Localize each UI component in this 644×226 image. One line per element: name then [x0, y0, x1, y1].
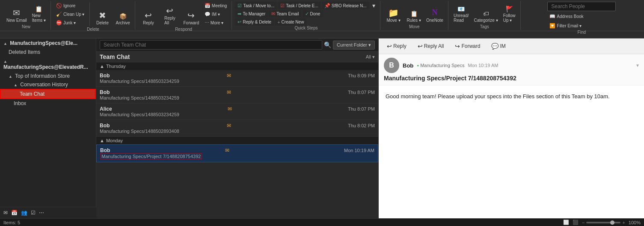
categorize-button[interactable]: 🏷 Categorize ▾ — [472, 9, 500, 24]
msg2-subject: Manufacturing Specs/1488503234259 — [100, 95, 375, 100]
zoom-thumb[interactable] — [610, 220, 614, 225]
msg3-icon: ✉ — [228, 106, 232, 112]
zoom-bar: − + — [582, 220, 625, 225]
nav-people-icon[interactable]: 👥 — [21, 210, 27, 216]
onenote-button[interactable]: N OneNote — [424, 6, 445, 24]
expand-arrow[interactable]: ▾ — [636, 62, 639, 68]
sidebar-item-conversation-history[interactable]: ▲ Conversation History — [0, 80, 96, 89]
ribbon: ✉ New Email 📋 NewItems ▾ New 🚫 Ignore — [0, 0, 644, 38]
message-item-msg3[interactable]: Alice ✉ Thu 8:07 PM Manufacturing Specs/… — [96, 103, 378, 120]
layout-icon-2[interactable]: ⬛ — [573, 220, 579, 225]
msg2-icon: ✉ — [227, 89, 231, 95]
search-clear-icon[interactable]: 🔍 — [324, 41, 331, 48]
qs-sfbo[interactable]: 📌 SfBO Release N... — [322, 2, 369, 9]
qs-team-email[interactable]: ✉ Team Email — [269, 10, 301, 18]
unread-read-label: Unread/Read — [454, 13, 469, 23]
qs-to-manager-icon: ➡ — [237, 11, 241, 17]
zoom-minus[interactable]: − — [582, 220, 585, 225]
move-icon: 📁 — [388, 9, 399, 17]
reply-button[interactable]: ↩ Reply — [138, 9, 159, 27]
delete-button[interactable]: ✖ Delete — [92, 9, 113, 27]
list-title: Team Chat — [100, 53, 366, 60]
zoom-slider[interactable] — [586, 222, 620, 223]
unread-read-button[interactable]: 📧 Unread/Read — [451, 4, 471, 24]
move-button[interactable]: 📁 Move ▾ — [383, 7, 404, 24]
qs-reply-delete[interactable]: ↩ Reply & Delete — [235, 18, 274, 26]
forward-button[interactable]: ↪ Forward — [181, 9, 202, 27]
filter-email-button[interactable]: 🔽 Filter Email ▾ — [547, 22, 584, 30]
msg3-subject: Manufacturing Specs/1488503234259 — [100, 112, 375, 117]
ignore-button[interactable]: 🚫 Ignore — [54, 2, 86, 10]
onenote-label: OneNote — [426, 18, 443, 23]
current-folder-button[interactable]: Current Folder ▾ — [333, 41, 375, 50]
msg4-time: Thu 8:02 PM — [348, 123, 375, 128]
reply-all-button[interactable]: ↩ ReplyAll — [160, 5, 180, 27]
reading-im-button[interactable]: 💬 IM — [487, 41, 509, 51]
reading-reply-button[interactable]: ↩ Reply — [383, 41, 410, 51]
rules-button[interactable]: 📋 Rules ▾ — [405, 9, 423, 24]
nav-mail-icon[interactable]: ✉ — [3, 210, 8, 216]
message-item-msg5[interactable]: Bob ✉ Mon 10:19 AM Manufacturing Specs/P… — [96, 144, 378, 162]
qs-task-delete[interactable]: ☑ Task / Delete E... — [278, 2, 321, 9]
delete-icon: ✖ — [99, 11, 106, 20]
follow-up-button[interactable]: 🚩 FollowUp ▾ — [501, 4, 518, 24]
all-button[interactable]: All ▾ — [366, 54, 375, 60]
filter-email-label: Filter Email ▾ — [557, 23, 582, 28]
qs-create-new[interactable]: + Create New — [275, 18, 306, 26]
new-email-button[interactable]: ✉ New Email — [4, 7, 29, 24]
new-items-button[interactable]: 📋 NewItems ▾ — [30, 4, 48, 24]
filter-email-icon: 🔽 — [549, 23, 555, 29]
ribbon-group-tags: 📧 Unread/Read 🏷 Categorize ▾ 🚩 FollowUp … — [449, 1, 521, 30]
nav-more-icon[interactable]: ⋯ — [39, 210, 44, 216]
qs-reply-delete-label: Reply & Delete — [243, 20, 271, 24]
reply-all-label: ReplyAll — [164, 16, 175, 25]
zoom-plus[interactable]: + — [622, 220, 625, 225]
search-people-input[interactable] — [547, 2, 616, 11]
message-item-msg2[interactable]: Bob ✉ Thu 8:07 PM Manufacturing Specs/14… — [96, 87, 378, 103]
nav-calendar-icon[interactable]: 📅 — [11, 210, 18, 216]
msg3-time: Thu 8:07 PM — [348, 106, 375, 112]
message-item-msg4[interactable]: Bob ✉ Thu 8:02 PM Manufacturing Specs/14… — [96, 120, 378, 137]
follow-up-icon: 🚩 — [506, 6, 513, 12]
onenote-icon: N — [432, 8, 437, 17]
msg1-time: Thu 8:09 PM — [348, 73, 375, 78]
sidebar-item-team-chat[interactable]: Team Chat — [0, 89, 96, 99]
qs-done[interactable]: ✓ Done — [303, 10, 323, 18]
meeting-button[interactable]: 📅 Meeting — [202, 2, 229, 10]
sidebar-account-header[interactable]: ▲ ManufacturingSpecs@Ele... — [0, 38, 96, 48]
qs-create-new-label: Create New — [282, 20, 304, 24]
reading-meta: Bob ● Manufacturing Specs Mon 10:19 AM — [403, 62, 633, 69]
ribbon-top: ✉ New Email 📋 NewItems ▾ New 🚫 Ignore — [0, 0, 644, 31]
reading-reply-icon: ↩ — [387, 43, 392, 50]
ribbon-group-delete: 🚫 Ignore 🧹 Clean Up ▾ ⛔ Junk ▾ ✖ Del — [51, 1, 135, 30]
junk-button[interactable]: ⛔ Junk ▾ — [54, 19, 86, 27]
sidebar-item-inbox[interactable]: Inbox — [0, 99, 96, 108]
reading-reply-all-button[interactable]: ↩ Reply All — [414, 41, 448, 51]
qs-task-move[interactable]: ☑ Task / Move to... — [235, 2, 277, 9]
qs-to-manager[interactable]: ➡ To Manager — [235, 10, 268, 18]
address-book-button[interactable]: 📖 Address Book — [547, 12, 585, 21]
sidebar-item-deleted-items[interactable]: Deleted Items — [0, 48, 96, 56]
qs-to-manager-label: To Manager — [243, 12, 265, 16]
im-button[interactable]: 💬 IM ▾ — [202, 10, 229, 18]
clean-up-button[interactable]: 🧹 Clean Up ▾ — [54, 10, 86, 18]
sidebar-item-top-info[interactable]: ▲ Top of Information Store — [0, 72, 96, 80]
meta-to: Manufacturing Specs — [420, 63, 464, 68]
message-item-msg1[interactable]: Bob ✉ Thu 8:09 PM Manufacturing Specs/14… — [96, 70, 378, 87]
rules-label: Rules ▾ — [407, 18, 421, 23]
reading-body: Good morning team! Please upload your sp… — [379, 85, 644, 218]
categorize-label: Categorize ▾ — [474, 18, 498, 23]
qs-expand[interactable]: ▾ — [370, 2, 377, 9]
categorize-icon: 🏷 — [483, 10, 489, 17]
reading-forward-button[interactable]: ↪ Forward — [451, 41, 484, 51]
layout-icon-1[interactable]: ⬜ — [563, 220, 569, 225]
more-button[interactable]: ⋯ More ▾ — [202, 19, 229, 27]
sidebar-account-header2[interactable]: ▲ ManufacturingSpecs@ElevatedR... — [0, 56, 96, 72]
section-monday-label: Monday — [106, 138, 123, 143]
nav-tasks-icon[interactable]: ☑ — [31, 210, 36, 216]
archive-button[interactable]: 📦 Archive — [114, 11, 132, 27]
section-thursday-collapse: ▲ — [100, 64, 104, 69]
ignore-icon: 🚫 — [56, 3, 62, 9]
ribbon-group-respond: ↩ Reply ↩ ReplyAll ↪ Forward 📅 Meeting — [136, 1, 232, 30]
search-team-chat-input[interactable] — [100, 40, 322, 50]
